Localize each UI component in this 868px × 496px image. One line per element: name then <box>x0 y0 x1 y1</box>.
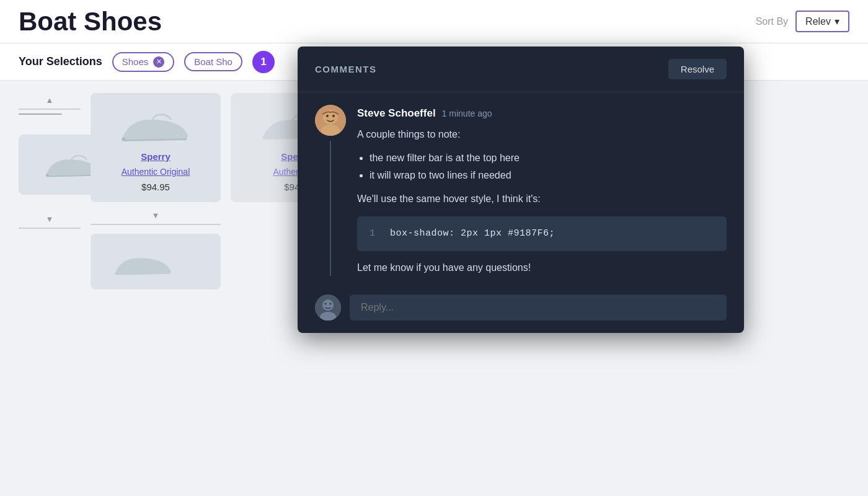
bullet-2: it will wrap to two lines if needed <box>370 167 727 185</box>
comment-time: 1 minute ago <box>442 107 492 120</box>
bullet-1: the new filter bar is at the top here <box>370 149 727 167</box>
page-header: Boat Shoes Sort By Relev ▾ <box>0 0 868 43</box>
comments-header: COMMENTS Resolve <box>298 46 744 92</box>
reply-row <box>298 286 744 333</box>
filter-down-arrow-2[interactable]: ▼ <box>19 215 81 224</box>
filter-down-arrow-3[interactable]: ▼ <box>91 211 221 220</box>
comment-author: Steve Schoeffel <box>357 105 436 122</box>
sort-value: Relev <box>805 16 831 27</box>
product-card-sperry-1: Sperry Authentic Original $94.95 <box>91 93 221 202</box>
code-content: box-shadow: 2px 1px #9187F6; <box>390 226 555 241</box>
shoe-icon-sperry-1 <box>115 103 196 146</box>
svg-point-6 <box>322 299 334 311</box>
comment-bullets: the new filter bar is at the top here it… <box>370 149 727 185</box>
avatar-steve <box>315 105 346 136</box>
comment-closing: Let me know if you have any questions! <box>357 260 727 276</box>
product-card-bottom-1 <box>91 234 221 290</box>
left-filters: ▲ ▼ <box>19 93 81 484</box>
svg-point-4 <box>332 115 335 117</box>
notification-badge[interactable]: 1 <box>252 51 275 73</box>
code-line-num: 1 <box>370 226 375 241</box>
product-col-1: Sperry Authentic Original $94.95 ▼ <box>91 93 221 484</box>
svg-point-9 <box>330 303 332 304</box>
chevron-down-icon: ▾ <box>835 16 839 27</box>
avatar-svg-reply <box>315 294 341 321</box>
svg-point-8 <box>325 303 327 304</box>
code-block: 1 box-shadow: 2px 1px #9187F6; <box>357 216 727 251</box>
filter-group-2: ▼ <box>19 215 81 229</box>
comments-title: COMMENTS <box>315 64 377 74</box>
filter-line-3 <box>91 224 221 225</box>
page-title: Boat Shoes <box>19 7 162 37</box>
sort-label: Sort By <box>756 16 788 27</box>
avatar-thread-line <box>330 141 331 276</box>
comment-content: Steve Schoeffel 1 minute ago A couple th… <box>357 105 727 276</box>
product-price-1: $94.95 <box>141 182 170 192</box>
tag-label-boatshoes: Boat Sho <box>194 56 232 67</box>
avatar-svg-steve <box>315 105 346 136</box>
product-brand-1[interactable]: Sperry <box>141 151 170 162</box>
avatar-col <box>315 105 346 276</box>
comment-intro: A couple things to note: <box>357 126 727 143</box>
filter-group-3: ▼ <box>91 211 221 225</box>
comment-author-row: Steve Schoeffel 1 minute ago <box>357 105 727 122</box>
filter-line-1b <box>19 113 62 115</box>
sort-bar: Sort By Relev ▾ <box>756 11 849 32</box>
product-name-1[interactable]: Authentic Original <box>122 167 190 177</box>
filter-up-arrow-1[interactable]: ▲ <box>19 95 81 105</box>
selections-label: Your Selections <box>19 55 102 68</box>
tag-remove-shoes[interactable]: ✕ <box>153 56 164 68</box>
avatar-reply-user <box>315 294 341 321</box>
tag-chip-shoes[interactable]: Shoes ✕ <box>112 52 175 72</box>
resolve-button[interactable]: Resolve <box>668 59 727 79</box>
filter-line-2a <box>19 228 81 229</box>
comment-followup: We'll use the same hover style, I think … <box>357 191 727 207</box>
filter-line-1a <box>19 108 81 110</box>
comments-panel: COMMENTS Resolve Steve Schoeff <box>298 46 744 333</box>
sort-select[interactable]: Relev ▾ <box>795 11 849 32</box>
filter-group-1: ▲ <box>19 95 81 115</box>
tag-label-shoes: Shoes <box>122 56 149 67</box>
notification-count: 1 <box>260 56 266 68</box>
tag-chip-boatshoes[interactable]: Boat Sho <box>184 52 242 71</box>
reply-input[interactable] <box>350 294 727 321</box>
shoe-icon-bottom-1 <box>103 244 184 281</box>
svg-point-3 <box>326 115 329 117</box>
comment-body: Steve Schoeffel 1 minute ago A couple th… <box>298 92 744 286</box>
